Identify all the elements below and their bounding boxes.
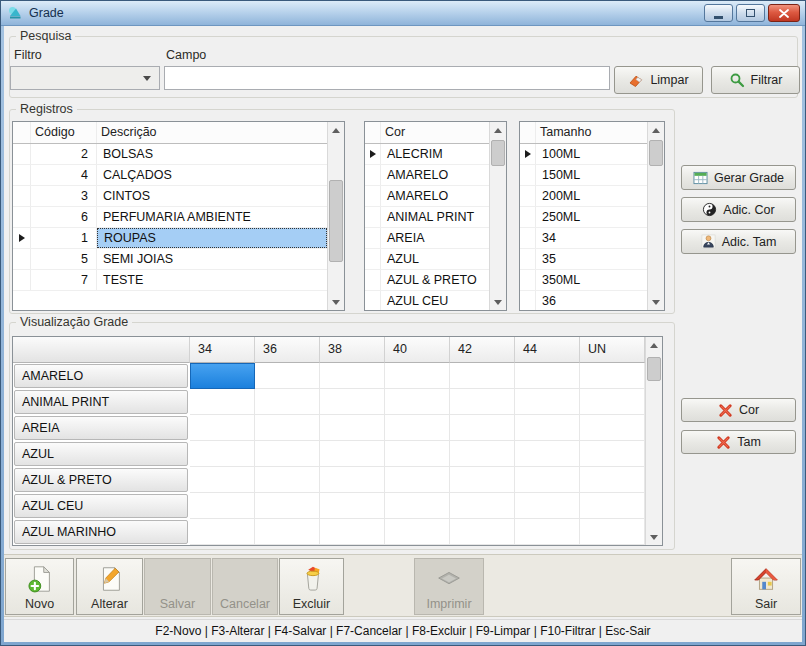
grid-cell[interactable] — [385, 441, 450, 467]
scrollbar-thumb[interactable] — [329, 180, 343, 262]
grid-cell[interactable] — [255, 441, 320, 467]
grid-cell[interactable] — [580, 493, 645, 519]
scroll-up-icon[interactable] — [328, 122, 344, 138]
campo-input[interactable] — [164, 66, 610, 90]
scrollbar-thumb[interactable] — [491, 140, 505, 166]
table-row[interactable]: AMARELO — [365, 186, 489, 207]
cores-scrollbar[interactable] — [489, 122, 506, 310]
grid-column-header[interactable]: UN — [580, 337, 645, 363]
grid-row-header[interactable]: AMARELO — [14, 364, 188, 388]
sair-button[interactable]: Sair — [731, 558, 801, 615]
salvar-button[interactable]: Salvar — [144, 558, 211, 615]
grid-cell[interactable] — [580, 467, 645, 493]
grid-column-header[interactable]: 44 — [515, 337, 580, 363]
grid-cell[interactable] — [190, 389, 255, 415]
scroll-down-icon[interactable] — [646, 529, 662, 545]
grid-cell[interactable] — [450, 441, 515, 467]
cancelar-button[interactable]: Cancelar — [212, 558, 278, 615]
table-row[interactable]: AMARELO — [365, 165, 489, 186]
imprimir-button[interactable]: Imprimir — [414, 558, 484, 615]
grid-column-header[interactable]: 38 — [320, 337, 385, 363]
table-row[interactable]: AZUL & PRETO — [365, 270, 489, 291]
table-row[interactable]: AREIA — [365, 228, 489, 249]
table-row[interactable]: 250ML — [520, 207, 647, 228]
table-row[interactable]: 200ML — [520, 186, 647, 207]
grid-cell[interactable] — [515, 415, 580, 441]
grid-row-header[interactable]: ANIMAL PRINT — [14, 390, 188, 414]
excluir-button[interactable]: Excluir — [279, 558, 344, 615]
filtrar-button[interactable]: Filtrar — [711, 66, 800, 94]
table-row[interactable]: 36 — [520, 291, 647, 311]
grid-cell[interactable] — [450, 493, 515, 519]
grid-cell[interactable] — [320, 363, 385, 389]
tamanhos-scrollbar[interactable] — [647, 122, 664, 310]
close-button[interactable] — [768, 4, 800, 22]
grid-cell[interactable] — [385, 389, 450, 415]
grid-cell[interactable] — [190, 467, 255, 493]
grid-cell[interactable] — [515, 363, 580, 389]
grid-column-header[interactable]: 40 — [385, 337, 450, 363]
grid-cell[interactable] — [385, 363, 450, 389]
grid-cell[interactable] — [515, 467, 580, 493]
table-row[interactable]: 5SEMI JOIAS — [13, 249, 327, 270]
table-row[interactable]: 4CALÇADOS — [13, 165, 327, 186]
gerar-grade-button[interactable]: Gerar Grade — [681, 165, 796, 190]
grid-cell[interactable] — [450, 389, 515, 415]
scroll-down-icon[interactable] — [490, 294, 506, 310]
scroll-down-icon[interactable] — [648, 294, 664, 310]
novo-button[interactable]: Novo — [5, 558, 74, 615]
grid-cell[interactable] — [255, 415, 320, 441]
titlebar[interactable]: Grade — [1, 1, 805, 26]
grid-cell[interactable] — [320, 467, 385, 493]
table-row[interactable]: 34 — [520, 228, 647, 249]
grid-cell[interactable] — [515, 389, 580, 415]
grid-row-header[interactable]: AREIA — [14, 416, 188, 440]
grid-cell[interactable] — [450, 363, 515, 389]
table-row[interactable]: AZUL CEU — [365, 291, 489, 311]
grid-cell[interactable] — [190, 441, 255, 467]
table-row[interactable]: 3CINTOS — [13, 186, 327, 207]
grid-cell[interactable] — [255, 363, 320, 389]
scrollbar-thumb[interactable] — [647, 357, 661, 381]
grid-cell[interactable] — [580, 441, 645, 467]
maximize-button[interactable] — [736, 4, 765, 22]
grid-column-header[interactable]: 36 — [255, 337, 320, 363]
grid-cell-selected[interactable] — [190, 363, 255, 389]
grid-cell[interactable] — [255, 389, 320, 415]
grid-row-header[interactable]: AZUL CEU — [14, 494, 188, 518]
scroll-down-icon[interactable] — [328, 294, 344, 310]
grid-cell[interactable] — [320, 389, 385, 415]
scroll-up-icon[interactable] — [490, 122, 506, 138]
grid-row-header[interactable]: AZUL — [14, 442, 188, 466]
grid-cell[interactable] — [190, 415, 255, 441]
grid-cell[interactable] — [385, 467, 450, 493]
table-row[interactable]: ANIMAL PRINT — [365, 207, 489, 228]
scrollbar-thumb[interactable] — [649, 140, 663, 166]
scroll-up-icon[interactable] — [648, 122, 664, 138]
table-row-selected[interactable]: 1ROUPAS — [13, 228, 327, 249]
grid-cell[interactable] — [580, 389, 645, 415]
grid-cell[interactable] — [515, 441, 580, 467]
table-row[interactable]: 35 — [520, 249, 647, 270]
scroll-up-icon[interactable] — [646, 337, 662, 353]
grid-cell[interactable] — [450, 519, 515, 545]
remover-cor-button[interactable]: Cor — [681, 398, 796, 422]
grid-row-header[interactable]: AZUL MARINHO — [14, 520, 188, 544]
table-row[interactable]: AZUL — [365, 249, 489, 270]
grid-cell[interactable] — [450, 415, 515, 441]
adicionar-cor-button[interactable]: Adic. Cor — [681, 197, 796, 222]
categorias-scrollbar[interactable] — [327, 122, 344, 310]
grid-cell[interactable] — [320, 519, 385, 545]
table-row[interactable]: 6PERFUMARIA AMBIENTE — [13, 207, 327, 228]
grid-cell[interactable] — [580, 519, 645, 545]
grid-cell[interactable] — [255, 519, 320, 545]
grid-cell[interactable] — [190, 519, 255, 545]
grid-column-header[interactable]: 34 — [190, 337, 255, 363]
limpar-button[interactable]: Limpar — [614, 66, 703, 94]
alterar-button[interactable]: Alterar — [76, 558, 143, 615]
table-row-selected[interactable]: 100ML — [520, 144, 647, 165]
grid-cell[interactable] — [580, 415, 645, 441]
grid-column-header[interactable]: 42 — [450, 337, 515, 363]
table-row-selected[interactable]: ALECRIM — [365, 144, 489, 165]
grid-cell[interactable] — [320, 493, 385, 519]
